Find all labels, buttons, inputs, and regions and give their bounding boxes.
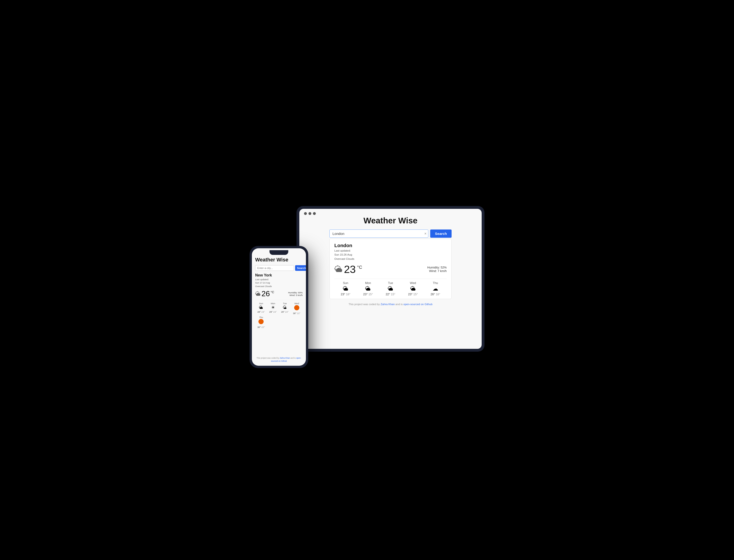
phone-forecast-day-item: Sun 🌥 28° 24° (255, 302, 267, 315)
phone-temp-unit: °C (271, 290, 274, 294)
phone-forecast-day-temps: 28° 24° (257, 311, 265, 313)
tablet-temp-display: 🌥 23 °C (334, 263, 362, 275)
phone-forecast-day-item: Wed 30° 22° (291, 302, 303, 315)
phone-current-weather: 🌥 26 °C Humidity: 69% Wind: 5 km/h (255, 289, 303, 298)
clear-button[interactable]: × (424, 232, 426, 236)
phone-device: Weather Wise Search New York Last update… (250, 246, 308, 368)
phone-temp-display: 🌥 26 °C (255, 289, 274, 298)
phone-forecast-day-icon: ☀ (271, 305, 275, 310)
phone-forecast: Sun 🌥 28° 24° Mon ☀ 29° 24° Tue 🌤 29° 24… (255, 300, 303, 330)
forecast-day-item: Thu ☁ 26° 16° (424, 281, 447, 296)
forecast-day-icon: 🌥 (388, 285, 393, 292)
phone-weather-icon: 🌥 (255, 291, 261, 297)
phone-forecast-day-icon (294, 305, 299, 311)
phone-forecast-day-temps: 29° 24° (281, 311, 289, 313)
tablet-current-weather: 🌥 23 °C Humidity: 52% Wind: 7 km/h (334, 263, 447, 275)
tablet-weather-card: London Last updated: Sun 15:26 Aug Overc… (329, 239, 452, 299)
phone-city-name: New York (255, 273, 303, 277)
forecast-day-temps: 26° 16° (431, 293, 440, 296)
forecast-day-icon: 🌥 (410, 285, 416, 292)
tablet-weather-details: Humidity: 52% Wind: 7 km/h (427, 266, 447, 273)
forecast-day-item: Tue 🌥 22° 15° (379, 281, 402, 296)
phone-forecast-day-label: Sun (259, 302, 263, 305)
phone-author-link[interactable]: Zahra Khan (280, 357, 290, 359)
tablet-temp: 23 (344, 263, 356, 275)
phone-search-button[interactable]: Search (295, 265, 306, 271)
forecast-day-temps: 22° 15° (386, 293, 395, 296)
phone-app-title: Weather Wise (255, 257, 303, 263)
phone-screen: Weather Wise Search New York Last update… (252, 248, 306, 366)
forecast-day-label: Thu (433, 281, 438, 285)
tablet-search-bar: × Search (329, 229, 452, 238)
phone-forecast-day-label: Wed (294, 302, 299, 305)
search-button[interactable]: Search (430, 229, 452, 238)
tablet-screen: Weather Wise × Search London Last update… (299, 209, 482, 349)
scene: Weather Wise × Search London Last update… (250, 192, 484, 368)
forecast-day-temps: 23° 15° (363, 293, 373, 296)
search-input[interactable] (329, 229, 428, 238)
phone-forecast-day-icon: 🌥 (259, 305, 263, 310)
forecast-day-item: Sun 🌥 23° 16° (334, 281, 357, 296)
traffic-dot-red (304, 212, 307, 215)
tablet-city-name: London (334, 243, 447, 248)
forecast-day-item: Mon 🌥 23° 15° (357, 281, 379, 296)
phone-search-input[interactable] (255, 265, 294, 271)
phone-forecast-day-item: Mon ☀ 29° 24° (267, 302, 279, 315)
app-title: Weather Wise (363, 216, 418, 225)
tablet-device: Weather Wise × Search London Last update… (297, 206, 484, 352)
forecast-day-label: Mon (365, 281, 371, 285)
phone-footer: This project was coded by Zahra Khan and… (255, 357, 303, 362)
search-input-wrap: × (329, 229, 428, 238)
forecast-day-label: Tue (388, 281, 393, 285)
tablet-forecast: Sun 🌥 23° 16° Mon 🌥 23° 15° Tue 🌥 22° 15… (334, 279, 447, 296)
phone-forecast-day-temps: 30° 22° (257, 326, 265, 328)
phone-notch (269, 250, 288, 255)
forecast-day-icon: ☁ (433, 285, 438, 292)
tablet-author-link[interactable]: Zahra Khan (381, 303, 395, 306)
phone-forecast-day-temps: 30° 22° (293, 312, 301, 315)
forecast-day-temps: 23° 15° (408, 293, 418, 296)
traffic-dot-green (313, 212, 316, 215)
phone-forecast-day-label: Tue (283, 302, 287, 305)
phone-forecast-day-icon (258, 319, 264, 325)
phone-weather-details: Humidity: 69% Wind: 5 km/h (288, 291, 303, 296)
forecast-day-label: Sun (343, 281, 348, 285)
forecast-day-label: Wed (410, 281, 416, 285)
tablet-footer: This project was coded by Zahra Khan and… (348, 303, 432, 306)
weather-icon: 🌥 (334, 264, 343, 274)
phone-search-bar: Search (255, 265, 303, 271)
phone-temp: 26 (262, 289, 270, 298)
traffic-lights (304, 212, 316, 215)
phone-forecast-day-temps: 29° 24° (269, 311, 277, 313)
phone-forecast-day-label: Thu (259, 316, 263, 319)
tablet-temp-unit: °C (357, 265, 362, 270)
phone-forecast-day-item: Thu 30° 22° (255, 316, 267, 328)
forecast-day-icon: 🌥 (343, 285, 348, 292)
forecast-day-icon: 🌥 (365, 285, 371, 292)
tablet-github-link[interactable]: open-sourced on Github (403, 303, 433, 306)
phone-forecast-day-label: Mon (271, 302, 275, 305)
traffic-dot-yellow (308, 212, 311, 215)
phone-last-updated: Last updated: Sun 17:14 Aug Overcast Clo… (255, 278, 303, 288)
forecast-day-item: Wed 🌥 23° 15° (402, 281, 424, 296)
phone-forecast-day-item: Tue 🌤 29° 24° (279, 302, 291, 315)
forecast-day-temps: 23° 16° (341, 293, 350, 296)
phone-forecast-day-icon: 🌤 (283, 305, 287, 310)
tablet-last-updated: Last updated: Sun 15:26 Aug Overcast Clo… (334, 249, 447, 261)
